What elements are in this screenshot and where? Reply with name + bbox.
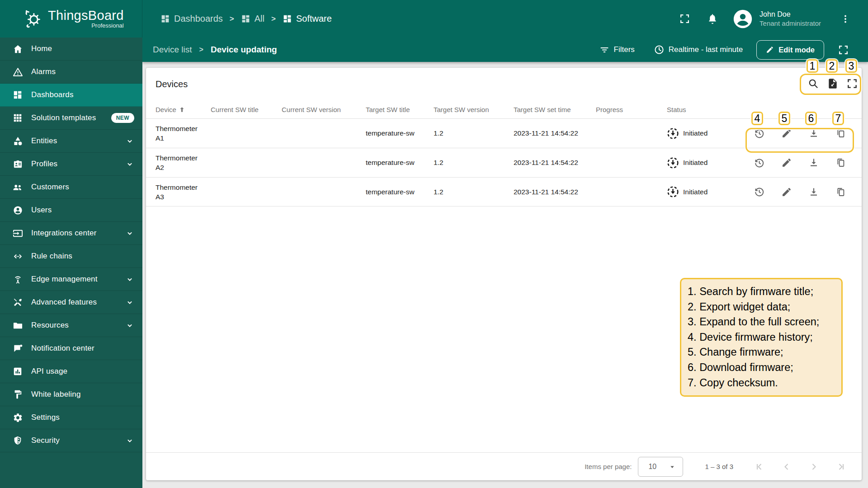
sidebar-item-solution-templates[interactable]: Solution templates NEW <box>0 107 142 130</box>
breadcrumb-dashboards[interactable]: Dashboards <box>160 14 223 24</box>
chevron-down-icon <box>125 298 134 307</box>
dashboard-breadcrumb-current: Device updating <box>211 45 277 55</box>
expand-widget-icon[interactable] <box>846 78 858 89</box>
sidebar-item-notification-center[interactable]: Notification center <box>0 337 142 360</box>
row-actions <box>746 128 862 139</box>
sidebar-item-api-usage[interactable]: API usage <box>0 360 142 383</box>
column-header-status[interactable]: Status <box>667 106 746 113</box>
sidebar-item-profiles[interactable]: Profiles <box>0 153 142 176</box>
change-firmware-icon[interactable] <box>781 128 792 139</box>
devices-widget: Devices Device Cu <box>146 68 862 480</box>
row-actions <box>746 157 862 169</box>
sidebar-item-customers[interactable]: Customers <box>0 176 142 199</box>
edit-mode-button[interactable]: Edit mode <box>756 40 824 60</box>
cell-status: Initiated <box>667 186 746 198</box>
warning-icon <box>12 66 23 77</box>
sidebar-item-resources[interactable]: Resources <box>0 314 142 337</box>
sidebar-item-home[interactable]: Home <box>0 38 142 61</box>
sidebar-item-label: Resources <box>31 321 69 330</box>
dashboard-icon <box>241 14 250 23</box>
table-row[interactable]: Thermometer A2 temperature-sw 1.2 2023-1… <box>146 148 862 177</box>
sidebar-item-label: API usage <box>31 367 67 376</box>
dashboards-icon <box>12 89 23 100</box>
search-icon[interactable] <box>807 78 819 89</box>
filter-icon <box>599 44 610 55</box>
thingsboard-app: ThingsBoard Professional Dashboards > Al… <box>0 0 868 488</box>
legend-line: 6. Download firmware; <box>688 360 835 375</box>
next-page-icon[interactable] <box>808 461 819 472</box>
user-info[interactable]: John Doe Tenant administrator <box>760 10 821 28</box>
page-size-value: 10 <box>648 463 668 471</box>
export-widget-data-icon[interactable] <box>827 78 839 89</box>
brand-logo[interactable]: ThingsBoard Professional <box>0 0 142 38</box>
column-header-target-sw-version[interactable]: Target SW version <box>434 106 514 113</box>
copy-checksum-icon[interactable] <box>835 157 846 168</box>
sidebar-item-alarms[interactable]: Alarms <box>0 61 142 84</box>
dashboard-icon <box>283 14 292 23</box>
column-header-progress[interactable]: Progress <box>596 106 667 113</box>
dashboard-fullscreen-icon[interactable] <box>838 44 849 56</box>
rule-chain-icon <box>12 251 23 262</box>
sidebar-item-white-labeling[interactable]: White labeling <box>0 383 142 406</box>
firmware-history-icon[interactable] <box>754 186 765 197</box>
change-firmware-icon[interactable] <box>781 157 792 168</box>
timewindow-button[interactable]: Realtime - last minute <box>654 44 743 55</box>
sidebar-item-label: Rule chains <box>31 252 72 261</box>
category-icon <box>12 136 23 146</box>
sidebar-item-security[interactable]: Security <box>0 429 142 452</box>
legend-line: 7. Copy checksum. <box>688 375 835 391</box>
copy-checksum-icon[interactable] <box>835 187 846 197</box>
user-avatar[interactable] <box>733 9 753 29</box>
sidebar-item-integrations-center[interactable]: Integrations center <box>0 222 142 245</box>
column-header-target-sw-title[interactable]: Target SW title <box>366 106 434 113</box>
notifications-bell-icon[interactable] <box>707 13 718 25</box>
firmware-history-icon[interactable] <box>754 157 765 169</box>
new-badge: NEW <box>111 113 134 123</box>
cell-target-sw-set-time: 2023-11-21 14:54:22 <box>514 159 596 167</box>
filters-button[interactable]: Filters <box>599 44 635 55</box>
page-size-select[interactable]: 10 <box>638 457 683 477</box>
previous-page-icon[interactable] <box>781 461 792 472</box>
download-firmware-icon[interactable] <box>808 157 819 168</box>
cell-target-sw-title: temperature-sw <box>366 188 434 196</box>
breadcrumb-software[interactable]: Software <box>283 14 332 24</box>
people-icon <box>12 182 23 192</box>
dashboard-canvas: Devices Device Cu <box>142 62 868 488</box>
column-header-device[interactable]: Device <box>156 106 211 113</box>
column-header-current-sw-version[interactable]: Current SW version <box>282 106 366 113</box>
download-firmware-icon[interactable] <box>808 128 819 139</box>
sidebar-item-settings[interactable]: Settings <box>0 406 142 429</box>
more-menu-icon[interactable] <box>840 14 851 24</box>
sidebar-item-advanced-features[interactable]: Advanced features <box>0 291 142 314</box>
sidebar-item-edge-management[interactable]: Edge management <box>0 268 142 291</box>
sidebar-item-label: Settings <box>31 413 60 422</box>
integrations-icon <box>12 228 23 239</box>
table-row[interactable]: Thermometer A1 temperature-sw 1.2 2023-1… <box>146 118 862 148</box>
change-firmware-icon[interactable] <box>781 187 792 197</box>
toolbar-actions: Filters Realtime - last minute Edit mode <box>599 40 868 60</box>
sidebar-item-rule-chains[interactable]: Rule chains <box>0 245 142 268</box>
dashboard-breadcrumb-parent[interactable]: Device list <box>153 45 192 55</box>
sidebar-item-label: Dashboards <box>31 90 74 99</box>
breadcrumb-separator: > <box>230 14 234 23</box>
legend-line: 5. Change firmware; <box>688 345 835 360</box>
fullscreen-icon[interactable] <box>679 13 690 24</box>
cell-target-sw-version: 1.2 <box>434 188 514 196</box>
sidebar-item-label: White labeling <box>31 390 81 399</box>
sidebar-item-label: Integrations center <box>31 229 97 238</box>
cell-device: Thermometer A2 <box>156 153 211 172</box>
column-header-target-sw-set-time[interactable]: Target SW set time <box>514 106 596 113</box>
table-row[interactable]: Thermometer A3 temperature-sw 1.2 2023-1… <box>146 177 862 206</box>
column-header-current-sw-title[interactable]: Current SW title <box>211 106 282 113</box>
copy-checksum-icon[interactable] <box>835 128 846 139</box>
sidebar-item-dashboards[interactable]: Dashboards <box>0 84 142 107</box>
breadcrumb-all[interactable]: All <box>241 14 264 24</box>
download-firmware-icon[interactable] <box>808 187 819 197</box>
first-page-icon[interactable] <box>754 461 765 472</box>
chevron-down-icon <box>125 436 134 445</box>
last-page-icon[interactable] <box>835 461 846 472</box>
sidebar-item-users[interactable]: Users <box>0 199 142 222</box>
sidebar-item-entities[interactable]: Entities <box>0 130 142 153</box>
items-per-page-label: Items per page: <box>585 463 632 470</box>
firmware-history-icon[interactable] <box>754 128 765 139</box>
